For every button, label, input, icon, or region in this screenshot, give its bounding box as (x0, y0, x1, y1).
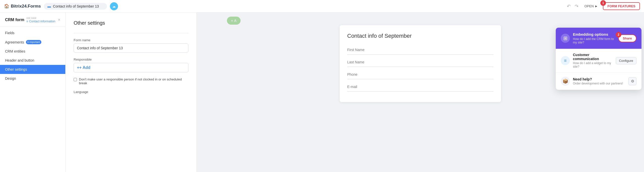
use-case-badge: use case ≡ Contact information (26, 17, 55, 23)
important-badge: ℹ important (26, 40, 41, 44)
embedding-text: Embedding options How do I add the CRM f… (573, 32, 615, 44)
customer-communication-item: ≡ Customer communication How do I add a … (556, 49, 641, 73)
use-case-text: use case (26, 17, 55, 19)
settings-title: Other settings (74, 20, 188, 26)
responsible-group: Responsible + + Add (74, 58, 188, 72)
embedding-title: Embedding options (573, 32, 615, 36)
form-features-button[interactable]: FORM FEATURES (603, 2, 640, 10)
phone-field[interactable] (347, 70, 493, 79)
main-layout: CRM form use case ≡ Contact information … (0, 13, 644, 172)
last-name-field[interactable] (347, 58, 493, 67)
preview-area: + A Contact info of September ⊞ (197, 13, 644, 172)
form-name-input[interactable] (74, 44, 188, 53)
email-field[interactable] (347, 82, 493, 92)
form-features-badge: 1 (600, 0, 606, 6)
responsible-label: Responsible (74, 58, 188, 61)
checkbox-row: Don't make user a responsible person if … (74, 77, 188, 85)
sidebar-item-other-settings[interactable]: Other settings (0, 65, 65, 74)
customer-comm-icon: ≡ (561, 56, 570, 65)
responsible-checkbox[interactable] (74, 78, 77, 81)
gear-button[interactable]: ⚙ (628, 77, 636, 85)
panel-header: CRM form use case ≡ Contact information … (0, 13, 65, 26)
redo-button[interactable]: ↷ (574, 3, 579, 10)
topbar: 🏠 Bitrix24.Forms ▬ ☁ ↶ ↷ OPEN ► 1 FORM F… (0, 0, 644, 13)
home-icon: 🏠 (4, 4, 9, 9)
need-help-item: 📦 Need help? Order development with our … (556, 73, 641, 90)
gear-icon: ⚙ (631, 79, 634, 83)
add-responsible-button[interactable]: + + Add (74, 63, 188, 72)
form-title-input[interactable] (53, 4, 103, 8)
form-name-label: Form name (74, 38, 188, 42)
nav-menu: Fields Agreements ℹ important CRM entiti… (0, 26, 65, 85)
sidebar-item-design[interactable]: Design (0, 74, 65, 83)
first-name-field[interactable] (347, 45, 493, 55)
embedding-subtitle: How do I add the CRM form to my site? (573, 37, 615, 44)
need-help-icon: 📦 (561, 77, 570, 86)
customer-comm-subtitle: How do I add a widget to my site? (573, 61, 613, 68)
left-panel: CRM form use case ≡ Contact information … (0, 13, 66, 172)
checkbox-label: Don't make user a responsible person if … (79, 77, 188, 85)
plus-icon-float: + (231, 19, 233, 23)
settings-panel: Other settings Form name Responsible + +… (66, 13, 197, 172)
sidebar-item-header-button[interactable]: Header and button (0, 56, 65, 65)
app-name: Bitrix24.Forms (11, 4, 41, 9)
configure-button[interactable]: Configure (616, 57, 636, 64)
right-popup: ⊞ Embedding options How do I add the CRM… (556, 28, 641, 90)
customer-comm-title: Customer communication (573, 53, 613, 61)
language-label: Language (74, 90, 188, 94)
open-button[interactable]: OPEN ► (581, 3, 601, 10)
app-logo: 🏠 Bitrix24.Forms (4, 4, 41, 9)
customer-comm-text: Customer communication How do I add a wi… (573, 53, 613, 68)
topbar-right: ↶ ↷ OPEN ► 1 FORM FEATURES (566, 2, 640, 10)
sidebar-item-crm-entities[interactable]: CRM entities (0, 47, 65, 56)
need-help-subtitle: Order development with our partners! (573, 82, 625, 85)
add-floating-button[interactable]: + A (227, 17, 241, 25)
use-case-name: ≡ Contact information (26, 20, 55, 23)
crm-form-label: CRM form (5, 18, 24, 22)
embedding-options-item: ⊞ Embedding options How do I add the CRM… (556, 28, 641, 49)
share-badge: 2 (616, 32, 621, 37)
sidebar-item-agreements[interactable]: Agreements ℹ important (0, 37, 65, 47)
form-preview-title: Contact info of September (347, 33, 493, 39)
sidebar-item-fields[interactable]: Fields (0, 28, 65, 37)
cloud-save-icon: ☁ (110, 2, 118, 10)
need-help-text: Need help? Order development with our pa… (573, 77, 625, 85)
close-panel-button[interactable]: × (58, 18, 60, 22)
title-area[interactable]: ▬ (44, 3, 107, 10)
embedding-icon: ⊞ (561, 34, 570, 43)
plus-icon: + (77, 65, 79, 70)
form-preview-card: Contact info of September (340, 25, 501, 102)
form-icon: ▬ (47, 4, 51, 8)
content-area: Other settings Form name Responsible + +… (66, 13, 644, 172)
use-case-icon: ≡ (26, 20, 28, 23)
form-name-group: Form name (74, 38, 188, 53)
need-help-title: Need help? (573, 77, 625, 81)
undo-button[interactable]: ↶ (566, 3, 572, 10)
